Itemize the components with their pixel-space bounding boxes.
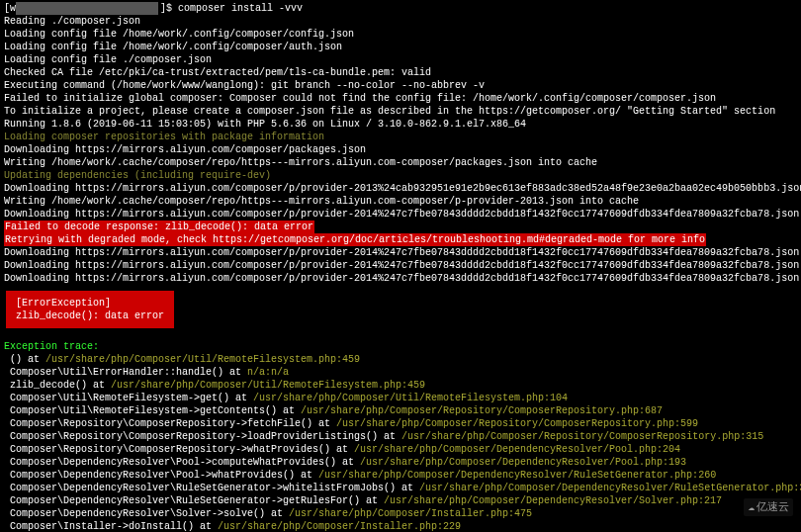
output-line: Reading ./composer.json (4, 15, 797, 28)
trace-path: /usr/share/php/Composer/Installer.php:22… (218, 521, 461, 532)
trace-call: Composer\Repository\ComposerRepository->… (4, 444, 354, 455)
output-line: Failed to initialize global composer: Co… (4, 92, 797, 105)
trace-line: Composer\Repository\ComposerRepository->… (4, 417, 797, 430)
trace-call: Composer\Util\RemoteFilesystem->get() at (4, 393, 253, 403)
error-retry-line: Retrying with degraded mode, check https… (4, 233, 797, 246)
output-line: Checked CA file /etc/pki/ca-trust/extrac… (4, 66, 797, 79)
error-decode-line: Failed to decode response: zlib_decode()… (4, 221, 797, 233)
trace-call: Composer\Repository\ComposerRepository->… (4, 418, 336, 429)
trace-line: Composer\Util\RemoteFilesystem->getConte… (4, 404, 797, 417)
output-line: Loading config file ./composer.json (4, 53, 797, 66)
command-text: composer install -vvv (178, 3, 303, 14)
trace-call: zlib_decode() at (4, 380, 111, 391)
error-box-line1: [ErrorException] (16, 297, 164, 310)
trace-line: Composer\Util\RemoteFilesystem->get() at… (4, 392, 797, 404)
terminal-output: [w████████████████████████]$ composer in… (0, 0, 801, 532)
error-exception-box: [ErrorException] zlib_decode(): data err… (6, 291, 174, 328)
trace-call: Composer\Util\RemoteFilesystem->getConte… (4, 405, 301, 416)
trace-call: Composer\DependencyResolver\Pool->comput… (4, 457, 360, 468)
trace-line: Composer\DependencyResolver\Solver->solv… (4, 507, 797, 520)
trace-path: /usr/share/php/Composer/Repository/Compo… (301, 405, 663, 416)
output-line: Writing /home/work/.cache/composer/repo/… (4, 195, 797, 208)
output-line: Loading config file /home/work/.config/c… (4, 28, 797, 41)
trace-line: Composer\Util\ErrorHandler::handle() at … (4, 366, 797, 379)
trace-line: Composer\DependencyResolver\RuleSetGener… (4, 482, 797, 494)
trace-path: /usr/share/php/Composer/DependencyResolv… (419, 483, 801, 493)
pre-block-2: Downloading https://mirrors.aliyun.com/c… (4, 143, 797, 169)
error-retry-text: Retrying with degraded mode, check https… (4, 233, 706, 246)
trace-line: Composer\Repository\ComposerRepository->… (4, 443, 797, 456)
watermark-text: 亿速云 (756, 501, 789, 513)
redacted-user: ████████████████████████ (16, 2, 158, 15)
pre-block-3: Downloading https://mirrors.aliyun.com/c… (4, 182, 797, 221)
prompt-line: [w████████████████████████]$ composer in… (4, 2, 797, 15)
prompt-marker: ]$ (160, 3, 172, 14)
trace-call: Composer\DependencyResolver\RuleSetGener… (4, 495, 384, 506)
trace-path: /usr/share/php/Composer/Repository/Compo… (401, 431, 763, 442)
trace-call: Composer\DependencyResolver\Solver->solv… (4, 508, 289, 519)
trace-call: () at (4, 354, 45, 365)
trace-path: n/a:n/a (247, 367, 289, 378)
trace-line: Composer\DependencyResolver\Pool->comput… (4, 456, 797, 469)
trace-path: /usr/share/php/Composer/DependencyResolv… (384, 495, 722, 506)
output-line: Downloading https://mirrors.aliyun.com/c… (4, 259, 797, 272)
trace-path: /usr/share/php/Composer/DependencyResolv… (354, 444, 680, 455)
trace-path: /usr/share/php/Composer/Util/RemoteFiles… (45, 354, 360, 365)
trace-call: Composer\DependencyResolver\RuleSetGener… (4, 483, 419, 493)
trace-line: zlib_decode() at /usr/share/php/Composer… (4, 379, 797, 392)
trace-path: /usr/share/php/Composer/Repository/Compo… (336, 418, 698, 429)
trace-call: Composer\Repository\ComposerRepository->… (4, 431, 401, 442)
trace-call: Composer\Util\ErrorHandler::handle() at (4, 367, 247, 378)
output-line: Downloading https://mirrors.aliyun.com/c… (4, 246, 797, 259)
exception-trace-header: Exception trace: (4, 340, 797, 353)
watermark-badge: ☁亿速云 (744, 498, 793, 516)
trace-line: Composer\DependencyResolver\Pool->whatPr… (4, 469, 797, 482)
trace-call: Composer\Installer->doInstall() at (4, 521, 218, 532)
output-line: Downloading https://mirrors.aliyun.com/c… (4, 143, 797, 156)
trace-line: Composer\DependencyResolver\RuleSetGener… (4, 494, 797, 507)
trace-path: /usr/share/php/Composer/Util/RemoteFiles… (253, 393, 568, 403)
status-loading-repos: Loading composer repositories with packa… (4, 131, 797, 143)
trace-line: Composer\Repository\ComposerRepository->… (4, 430, 797, 443)
output-line: Executing command (/home/work/www/wanglo… (4, 79, 797, 92)
output-line: Downloading https://mirrors.aliyun.com/c… (4, 182, 797, 195)
error-decode-text: Failed to decode response: zlib_decode()… (4, 221, 314, 233)
output-line: Writing /home/work/.cache/composer/repo/… (4, 156, 797, 169)
error-box-line2: zlib_decode(): data error (16, 310, 164, 322)
trace-path: /usr/share/php/Composer/DependencyResolv… (318, 470, 716, 481)
status-updating-deps: Updating dependencies (including require… (4, 169, 797, 182)
cloud-icon: ☁ (748, 500, 755, 514)
output-line: To initialize a project, please create a… (4, 105, 797, 118)
pre-block-4: Downloading https://mirrors.aliyun.com/c… (4, 246, 797, 285)
output-line: Downloading https://mirrors.aliyun.com/c… (4, 208, 797, 221)
pre-block-1: Reading ./composer.jsonLoading config fi… (4, 15, 797, 131)
trace-path: /usr/share/php/Composer/DependencyResolv… (360, 457, 686, 468)
trace-line: () at /usr/share/php/Composer/Util/Remot… (4, 353, 797, 366)
trace-path: /usr/share/php/Composer/Installer.php:47… (289, 508, 532, 519)
trace-line: Composer\Installer->doInstall() at /usr/… (4, 520, 797, 532)
output-line: Loading config file /home/work/.config/c… (4, 41, 797, 53)
output-line: Downloading https://mirrors.aliyun.com/c… (4, 272, 797, 285)
output-line: Running 1.8.6 (2019-06-11 15:03:05) with… (4, 118, 797, 131)
trace-call: Composer\DependencyResolver\Pool->whatPr… (4, 470, 318, 481)
trace-path: /usr/share/php/Composer/Util/RemoteFiles… (111, 380, 425, 391)
exception-trace-list: () at /usr/share/php/Composer/Util/Remot… (4, 353, 797, 532)
